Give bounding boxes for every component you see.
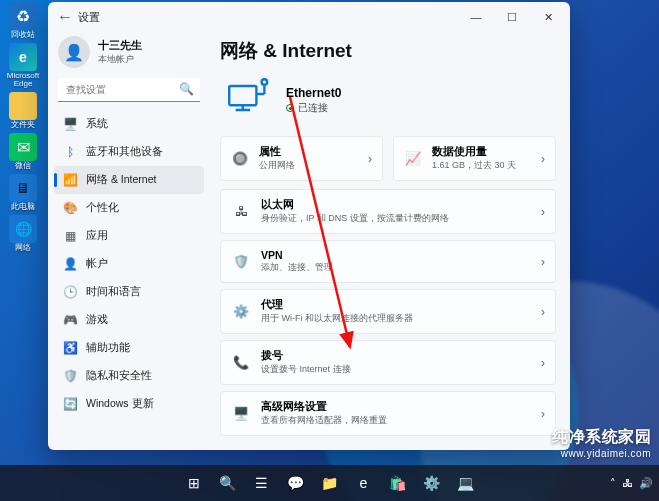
- sidebar-item-label: 帐户: [86, 257, 108, 271]
- row-vpn[interactable]: 🛡️ VPN 添加、连接、管理 ›: [221, 241, 555, 282]
- row-ethernet-sub: 身份验证，IP 和 DNS 设置，按流量计费的网络: [261, 212, 449, 225]
- sidebar-item-accounts-icon: 👤: [62, 256, 78, 272]
- svg-rect-0: [229, 86, 256, 105]
- chevron-right-icon: ›: [541, 305, 545, 319]
- sidebar-item-label: 辅助功能: [86, 341, 130, 355]
- sidebar-item-privacy[interactable]: 🛡️ 隐私和安全性: [54, 362, 204, 390]
- row-advanced-sub: 查看所有网络适配器，网络重置: [261, 414, 387, 427]
- tile-properties-heading: 属性: [259, 145, 295, 159]
- tray-network-icon[interactable]: 🖧: [622, 477, 633, 489]
- row-dialup-icon: 📞: [231, 355, 251, 370]
- window-close-button[interactable]: ✕: [530, 2, 566, 32]
- tb-settings[interactable]: ⚙️: [418, 469, 446, 497]
- tray-overflow-icon[interactable]: ˄: [610, 477, 616, 490]
- row-ethernet-icon: 🖧: [231, 204, 251, 219]
- adapter-name: Ethernet0: [286, 86, 341, 100]
- sidebar-item-accessibility[interactable]: ♿ 辅助功能: [54, 334, 204, 362]
- search-icon: 🔍: [179, 82, 194, 96]
- tray-volume-icon[interactable]: 🔊: [639, 477, 653, 490]
- tb-start[interactable]: ⊞: [180, 469, 208, 497]
- edge-desktop-item[interactable]: Microsoft Edge: [0, 43, 46, 88]
- app-title: 设置: [78, 10, 100, 25]
- settings-window: ← 设置 — ☐ ✕ 👤 十三先生 本地帐户 🔍 🖥️ 系统ᛒ 蓝: [48, 2, 570, 450]
- desktop-item-label: 此电脑: [11, 203, 35, 211]
- desktop-item-label: 微信: [15, 162, 31, 170]
- sidebar-item-label: 个性化: [86, 201, 119, 215]
- desktop-item-label: 回收站: [11, 31, 35, 39]
- sidebar-item-network[interactable]: 📶 网络 & Internet: [54, 166, 204, 194]
- row-ethernet-heading: 以太网: [261, 198, 449, 212]
- tile-data-usage[interactable]: 📈 数据使用量 1.61 GB，过去 30 天 ›: [393, 136, 556, 181]
- tb-chat[interactable]: 💬: [282, 469, 310, 497]
- sidebar-item-personalization-icon: 🎨: [62, 200, 78, 216]
- folder-desktop-item[interactable]: 文件夹: [0, 92, 46, 129]
- status-dot-icon: [286, 104, 294, 112]
- sidebar-item-windows-update-icon: 🔄: [62, 396, 78, 412]
- adapter-state: 已连接: [298, 102, 328, 115]
- tile-properties[interactable]: 🔘 属性 公用网络 ›: [220, 136, 383, 181]
- watermark: 纯净系统家园 www.yidaimei.com: [552, 427, 651, 459]
- row-advanced[interactable]: 🖥️ 高级网络设置 查看所有网络适配器，网络重置 ›: [221, 392, 555, 435]
- sidebar-item-gaming[interactable]: 🎮 游戏: [54, 306, 204, 334]
- page-title: 网络 & Internet: [220, 38, 556, 64]
- recycle-bin-desktop-item[interactable]: 回收站: [0, 2, 46, 39]
- tile-data-usage-icon: 📈: [404, 151, 422, 166]
- sidebar-item-privacy-icon: 🛡️: [62, 368, 78, 384]
- sidebar-item-accounts[interactable]: 👤 帐户: [54, 250, 204, 278]
- tb-edge[interactable]: e: [350, 469, 378, 497]
- folder-icon: [9, 92, 37, 120]
- this-pc-desktop-item[interactable]: 此电脑: [0, 174, 46, 211]
- sidebar-item-system[interactable]: 🖥️ 系统: [54, 110, 204, 138]
- network-desktop-item[interactable]: 网络: [0, 215, 46, 252]
- row-ethernet[interactable]: 🖧 以太网 身份验证，IP 和 DNS 设置，按流量计费的网络 ›: [221, 190, 555, 233]
- tb-taskview[interactable]: ☰: [248, 469, 276, 497]
- sidebar-item-gaming-icon: 🎮: [62, 312, 78, 328]
- row-vpn-sub: 添加、连接、管理: [261, 261, 333, 274]
- row-advanced-icon: 🖥️: [231, 406, 251, 421]
- row-vpn-icon: 🛡️: [231, 254, 251, 269]
- desktop-item-label: 文件夹: [11, 121, 35, 129]
- sidebar-item-bluetooth[interactable]: ᛒ 蓝牙和其他设备: [54, 138, 204, 166]
- this-pc-icon: [9, 174, 37, 202]
- row-proxy[interactable]: ⚙️ 代理 用于 Wi-Fi 和以太网连接的代理服务器 ›: [221, 290, 555, 333]
- wechat-desktop-item[interactable]: 微信: [0, 133, 46, 170]
- sidebar-item-label: 隐私和安全性: [86, 369, 152, 383]
- sidebar: 👤 十三先生 本地帐户 🔍 🖥️ 系统ᛒ 蓝牙和其他设备📶 网络 & Inter…: [48, 32, 210, 450]
- tb-store[interactable]: 🛍️: [384, 469, 412, 497]
- recycle-bin-icon: [9, 2, 37, 30]
- sidebar-item-time-language[interactable]: 🕒 时间和语言: [54, 278, 204, 306]
- window-maximize-button[interactable]: ☐: [494, 2, 530, 32]
- sidebar-item-windows-update[interactable]: 🔄 Windows 更新: [54, 390, 204, 418]
- sidebar-item-apps[interactable]: ▦ 应用: [54, 222, 204, 250]
- sidebar-item-network-icon: 📶: [62, 172, 78, 188]
- chevron-right-icon: ›: [541, 205, 545, 219]
- watermark-url: www.yidaimei.com: [552, 448, 651, 459]
- tb-search[interactable]: 🔍: [214, 469, 242, 497]
- back-button[interactable]: ←: [52, 8, 78, 26]
- svg-point-5: [262, 79, 268, 85]
- tile-data-usage-heading: 数据使用量: [432, 145, 516, 159]
- tb-explorer[interactable]: 📁: [316, 469, 344, 497]
- chevron-right-icon: ›: [541, 407, 545, 421]
- pc-network-icon: [226, 78, 274, 122]
- window-minimize-button[interactable]: —: [458, 2, 494, 32]
- edge-icon: [9, 43, 37, 71]
- row-dialup[interactable]: 📞 拨号 设置拨号 Internet 连接 ›: [221, 341, 555, 384]
- network-icon: [9, 215, 37, 243]
- wechat-icon: [9, 133, 37, 161]
- row-dialup-heading: 拨号: [261, 349, 351, 363]
- sidebar-item-label: 系统: [86, 117, 108, 131]
- sidebar-item-apps-icon: ▦: [62, 228, 78, 244]
- content-pane: 网络 & Internet Ethernet0: [210, 32, 570, 450]
- taskbar-system-tray[interactable]: ˄ 🖧 🔊: [610, 477, 653, 490]
- desktop-item-label: Microsoft Edge: [0, 72, 46, 88]
- tb-app[interactable]: 💻: [452, 469, 480, 497]
- avatar: 👤: [58, 36, 90, 68]
- tile-properties-sub: 公用网络: [259, 159, 295, 172]
- sidebar-item-personalization[interactable]: 🎨 个性化: [54, 194, 204, 222]
- status-card: Ethernet0 已连接: [220, 78, 556, 122]
- row-dialup-sub: 设置拨号 Internet 连接: [261, 363, 351, 376]
- row-proxy-heading: 代理: [261, 298, 413, 312]
- search-box[interactable]: 🔍: [58, 78, 200, 102]
- account-block[interactable]: 👤 十三先生 本地帐户: [54, 36, 204, 78]
